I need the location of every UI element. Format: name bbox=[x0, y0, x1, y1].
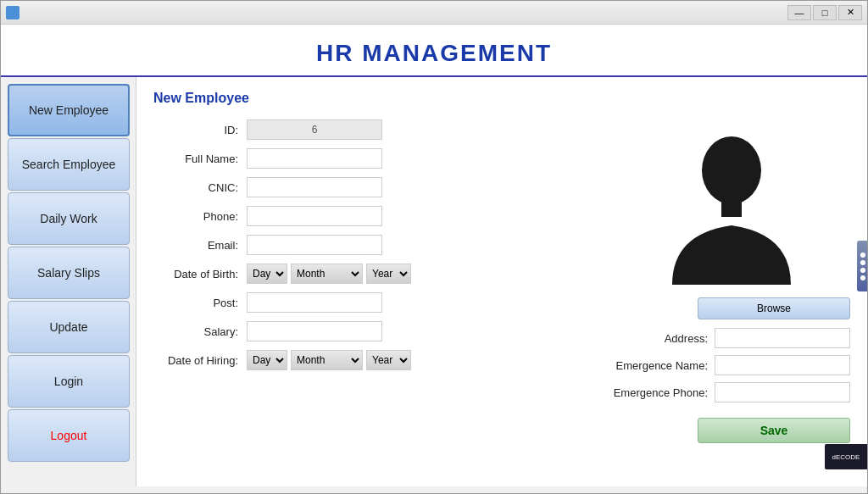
dob-label: Date of Birth: bbox=[153, 268, 247, 280]
cnic-input[interactable] bbox=[247, 177, 382, 197]
full-name-label: Full Name: bbox=[153, 153, 247, 165]
id-label: ID: bbox=[153, 124, 247, 136]
form-left: ID: Full Name: CNIC: Phone: bbox=[153, 119, 579, 443]
dob-year-select[interactable]: Year 20242023202220212020 20001999199819… bbox=[366, 264, 411, 284]
emergence-phone-input[interactable] bbox=[715, 382, 850, 402]
right-panel-controls[interactable] bbox=[857, 241, 867, 291]
svg-rect-1 bbox=[721, 200, 742, 217]
hiring-row: Date of Hiring: Day 12345 678910 Month J… bbox=[153, 350, 579, 370]
avatar-silhouette bbox=[664, 124, 799, 285]
hiring-day-select[interactable]: Day 12345 678910 bbox=[247, 350, 287, 370]
id-row: ID: bbox=[153, 119, 579, 140]
full-name-input[interactable] bbox=[247, 148, 382, 169]
dob-month-select[interactable]: Month JanuaryFebruaryMarchApril MayJuneJ… bbox=[291, 264, 363, 284]
emergence-name-label: Emergence Name: bbox=[613, 359, 715, 372]
minimize-button[interactable]: — bbox=[787, 5, 811, 20]
panel-dot-1 bbox=[860, 253, 865, 258]
sidebar-item-daily-work[interactable]: Daily Work bbox=[8, 192, 130, 245]
form-title: New Employee bbox=[153, 91, 850, 106]
save-button[interactable]: Save bbox=[698, 418, 850, 443]
hiring-month-select[interactable]: Month JanuaryFebruaryMarchApril MayJuneJ… bbox=[291, 350, 363, 370]
window-controls: — □ ✕ bbox=[787, 5, 862, 20]
sidebar-item-salary-slips[interactable]: Salary Slips bbox=[8, 247, 130, 299]
maximize-button[interactable]: □ bbox=[813, 5, 837, 20]
sidebar-item-update[interactable]: Update bbox=[8, 301, 130, 353]
main-container: New Employee Search Employee Daily Work … bbox=[1, 77, 867, 486]
app-title: HR MANAGEMENT bbox=[1, 40, 867, 67]
address-input[interactable] bbox=[715, 328, 850, 348]
emergence-phone-label: Emergence Phone: bbox=[613, 386, 715, 399]
full-name-row: Full Name: bbox=[153, 148, 579, 169]
salary-row: Salary: bbox=[153, 321, 579, 341]
emergence-name-input[interactable] bbox=[715, 355, 850, 375]
form-body: ID: Full Name: CNIC: Phone: bbox=[153, 119, 850, 443]
dob-day-select[interactable]: Day 12345 678910 1112131415 1617181920 2… bbox=[247, 264, 287, 284]
sidebar: New Employee Search Employee Daily Work … bbox=[1, 77, 136, 486]
address-row: Address: bbox=[613, 328, 850, 348]
email-row: Email: bbox=[153, 235, 579, 255]
email-label: Email: bbox=[153, 239, 247, 252]
dob-selects: Day 12345 678910 1112131415 1617181920 2… bbox=[247, 264, 411, 284]
phone-input[interactable] bbox=[247, 206, 382, 226]
hiring-year-select[interactable]: Year 2024202320222021 bbox=[366, 350, 411, 370]
browse-button[interactable]: Browse bbox=[698, 297, 850, 319]
emergence-phone-row: Emergence Phone: bbox=[613, 382, 850, 402]
svg-point-0 bbox=[702, 136, 761, 204]
sidebar-item-search-employee[interactable]: Search Employee bbox=[8, 138, 130, 191]
id-input[interactable] bbox=[247, 119, 382, 140]
avatar-container bbox=[655, 119, 808, 289]
close-button[interactable]: ✕ bbox=[838, 5, 862, 20]
hiring-selects: Day 12345 678910 Month JanuaryFebruaryMa… bbox=[247, 350, 411, 370]
phone-label: Phone: bbox=[153, 210, 247, 223]
form-right: Browse Address: Emergence Name: bbox=[613, 119, 850, 443]
post-row: Post: bbox=[153, 292, 579, 313]
sidebar-item-logout[interactable]: Logout bbox=[8, 409, 130, 462]
decode-badge: dECODE bbox=[825, 444, 867, 469]
dob-row: Date of Birth: Day 12345 678910 11121314… bbox=[153, 264, 579, 284]
titlebar: — □ ✕ bbox=[1, 1, 867, 25]
cnic-label: CNIC: bbox=[153, 181, 247, 194]
app-icon bbox=[6, 6, 19, 19]
content-area: New Employee ID: Full Name: CNIC: bbox=[136, 77, 867, 486]
sidebar-item-new-employee[interactable]: New Employee bbox=[8, 84, 130, 136]
salary-label: Salary: bbox=[153, 325, 247, 338]
panel-dot-2 bbox=[860, 260, 865, 265]
post-input[interactable] bbox=[247, 292, 382, 313]
hiring-label: Date of Hiring: bbox=[153, 354, 247, 367]
cnic-row: CNIC: bbox=[153, 177, 579, 197]
panel-dot-4 bbox=[860, 275, 865, 280]
sidebar-item-login[interactable]: Login bbox=[8, 355, 130, 408]
emergence-name-row: Emergence Name: bbox=[613, 355, 850, 375]
right-fields: Address: Emergence Name: Emergence Phone… bbox=[613, 328, 850, 409]
address-label: Address: bbox=[613, 332, 715, 345]
email-input[interactable] bbox=[247, 235, 382, 255]
phone-row: Phone: bbox=[153, 206, 579, 226]
salary-input[interactable] bbox=[247, 321, 382, 341]
post-label: Post: bbox=[153, 297, 247, 309]
panel-dot-3 bbox=[860, 268, 865, 273]
app-header: HR MANAGEMENT bbox=[1, 25, 867, 77]
